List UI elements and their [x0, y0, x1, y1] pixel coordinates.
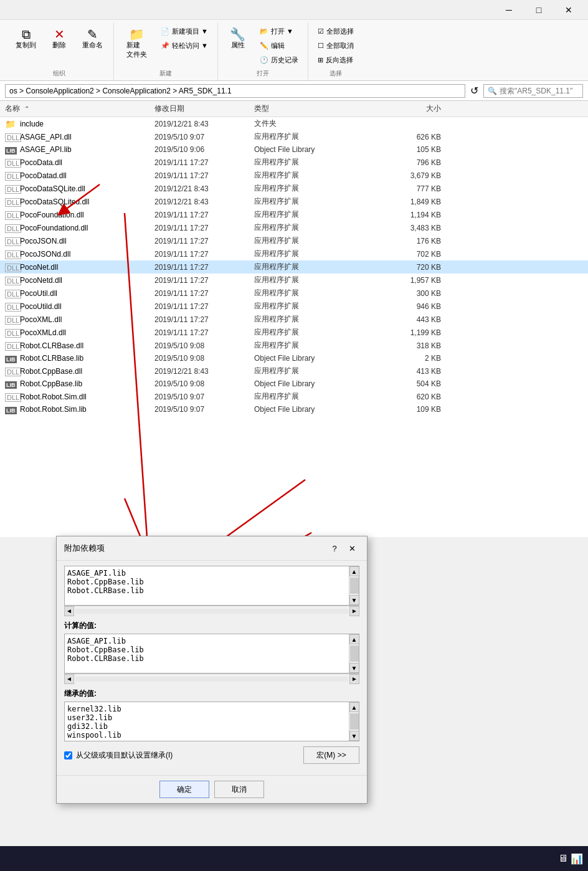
- col-header-name[interactable]: 名称 ⌃: [5, 103, 154, 114]
- new-folder-button[interactable]: 📁 新建文件夹: [119, 25, 154, 62]
- col-header-size[interactable]: 大小: [379, 103, 441, 114]
- dialog-help-button[interactable]: ?: [327, 541, 342, 555]
- new-project-button[interactable]: 📄 新建项目 ▼: [156, 25, 212, 38]
- inherit-scroll-thumb: [350, 713, 359, 730]
- cancel-button[interactable]: 取消: [214, 781, 264, 798]
- dialog-close-button[interactable]: ✕: [344, 541, 359, 555]
- table-row[interactable]: LIB Robot.CppBase.lib 2019/5/10 9:08 Obj…: [0, 378, 588, 390]
- rename-button[interactable]: ✎ 重命名: [77, 25, 108, 53]
- table-row[interactable]: LIB Robot.CLRBase.lib 2019/5/10 9:08 Obj…: [0, 352, 588, 364]
- address-path[interactable]: os > ConsoleApplication2 > ConsoleApplic…: [5, 84, 465, 98]
- h-scroll-track[interactable]: [75, 609, 348, 614]
- scroll-down-button[interactable]: ▼: [349, 595, 359, 605]
- table-row[interactable]: DLL PocoUtil.dll 2019/1/11 17:27 应用程序扩展 …: [0, 287, 588, 300]
- history-button[interactable]: 🕐 历史记录: [255, 54, 303, 67]
- table-row[interactable]: DLL ASAGE_API.dll 2019/5/10 9:07 应用程序扩展 …: [0, 130, 588, 143]
- properties-button[interactable]: 🔧 属性: [223, 25, 253, 53]
- file-icon: DLL: [5, 184, 17, 194]
- ribbon-group-open: 🔧 属性 📂 打开 ▼ ✏️ 编辑 🕐 历史记录: [218, 22, 308, 80]
- open-button[interactable]: 📂 打开 ▼: [255, 25, 303, 38]
- ok-button[interactable]: 确定: [159, 781, 209, 798]
- file-list: 📁 include 2019/12/21 8:43 文件夹 DLL ASAGE_…: [0, 117, 588, 537]
- list-item: gdi32.lib: [67, 722, 346, 731]
- calc-h-left[interactable]: ◄: [64, 674, 74, 684]
- minimize-button[interactable]: ─: [495, 0, 523, 20]
- table-row[interactable]: DLL Robot.Robot.Sim.dll 2019/5/10 9:07 应…: [0, 390, 588, 403]
- table-row[interactable]: DLL PocoFoundation.dll 2019/1/11 17:27 应…: [0, 208, 588, 221]
- deselect-all-button[interactable]: ☐ 全部取消: [313, 39, 358, 52]
- calc-h-track[interactable]: [75, 677, 348, 682]
- table-row[interactable]: DLL PocoFoundationd.dll 2019/1/11 17:27 …: [0, 221, 588, 234]
- table-row[interactable]: DLL PocoData.dll 2019/1/11 17:27 应用程序扩展 …: [0, 156, 588, 169]
- macro-button[interactable]: 宏(M) >>: [303, 746, 359, 764]
- dialog-top-list[interactable]: ASAGE_API.libRobot.CppBase.libRobot.CLRB…: [65, 566, 349, 605]
- file-explorer: 名称 ⌃ 修改日期 类型 大小 📁 include 2019/12/21 8:4…: [0, 101, 588, 537]
- table-row[interactable]: DLL Robot.CppBase.dll 2019/12/21 8:43 应用…: [0, 364, 588, 378]
- h-scroll-left-btn[interactable]: ◄: [64, 606, 74, 616]
- history-icon: 🕐: [260, 56, 268, 64]
- taskbar-icon-2[interactable]: 📊: [571, 853, 583, 865]
- table-row[interactable]: 📁 include 2019/12/21 8:43 文件夹: [0, 117, 588, 130]
- column-headers: 名称 ⌃ 修改日期 类型 大小: [0, 101, 588, 117]
- easy-access-button[interactable]: 📌 轻松访问 ▼: [156, 39, 212, 52]
- table-row[interactable]: DLL PocoDataSQLited.dll 2019/12/21 8:43 …: [0, 195, 588, 208]
- invert-select-button[interactable]: ⊞ 反向选择: [313, 54, 358, 67]
- inherit-checkbox[interactable]: [64, 751, 72, 759]
- file-icon: LIB: [5, 404, 17, 414]
- table-row[interactable]: DLL PocoXMLd.dll 2019/1/11 17:27 应用程序扩展 …: [0, 326, 588, 339]
- maximize-button[interactable]: □: [524, 0, 553, 20]
- table-row[interactable]: LIB ASAGE_API.lib 2019/5/10 9:06 Object …: [0, 143, 588, 156]
- additional-dependencies-dialog: 附加依赖项 ? ✕ ASAGE_API.libRobot.CppBase.lib…: [56, 536, 368, 804]
- taskbar-icon-1[interactable]: 🖥: [558, 853, 568, 864]
- file-date: 2019/1/11 17:27: [154, 276, 254, 285]
- calc-h-right[interactable]: ►: [349, 674, 359, 684]
- table-row[interactable]: DLL PocoXML.dll 2019/1/11 17:27 应用程序扩展 4…: [0, 313, 588, 326]
- table-row[interactable]: DLL PocoNetd.dll 2019/1/11 17:27 应用程序扩展 …: [0, 274, 588, 287]
- file-name: PocoFoundationd.dll: [20, 224, 154, 232]
- h-scroll-right-btn[interactable]: ►: [349, 606, 359, 616]
- delete-button[interactable]: ✕ 删除: [44, 25, 74, 53]
- scroll-up-button[interactable]: ▲: [349, 566, 359, 576]
- file-name: Robot.CppBase.lib: [20, 379, 154, 388]
- file-name: Robot.CLRBase.dll: [20, 341, 154, 350]
- edit-button[interactable]: ✏️ 编辑: [255, 39, 303, 52]
- close-button[interactable]: ✕: [554, 0, 583, 20]
- file-date: 2019/1/11 17:27: [154, 211, 254, 219]
- delete-icon: ✕: [54, 28, 65, 40]
- inherit-checkbox-label: 从父级或项目默认设置继承(I): [76, 750, 173, 761]
- new-folder-label: 新建文件夹: [126, 40, 147, 59]
- table-row[interactable]: DLL PocoUtild.dll 2019/1/11 17:27 应用程序扩展…: [0, 300, 588, 313]
- file-name: include: [20, 120, 154, 128]
- copy-to-button[interactable]: ⧉ 复制到: [10, 25, 42, 53]
- dialog-inherit-label: 继承的值:: [64, 688, 359, 699]
- dialog-calc-list: ASAGE_API.libRobot.CppBase.libRobot.CLRB…: [65, 634, 349, 673]
- inherit-scroll-down[interactable]: ▼: [349, 731, 359, 741]
- table-row[interactable]: LIB Robot.Robot.Sim.lib 2019/5/10 9:07 O…: [0, 403, 588, 416]
- calc-scroll-down[interactable]: ▼: [349, 663, 359, 673]
- file-size: 300 KB: [379, 289, 441, 298]
- list-item: winspool.lib: [67, 731, 346, 740]
- select-all-button[interactable]: ☑ 全部选择: [313, 25, 358, 38]
- col-header-date[interactable]: 修改日期: [154, 103, 254, 114]
- file-icon: DLL: [5, 210, 17, 220]
- inherit-scroll-up[interactable]: ▲: [349, 702, 359, 712]
- file-icon: DLL: [5, 275, 17, 285]
- file-size: 626 KB: [379, 133, 441, 141]
- table-row[interactable]: DLL PocoJSONd.dll 2019/1/11 17:27 应用程序扩展…: [0, 247, 588, 260]
- file-name: Robot.CppBase.dll: [20, 367, 154, 376]
- open-icon: 📂: [260, 27, 268, 36]
- file-date: 2019/5/10 9:08: [154, 354, 254, 363]
- refresh-button[interactable]: ↺: [468, 83, 481, 98]
- table-row[interactable]: DLL PocoJSON.dll 2019/1/11 17:27 应用程序扩展 …: [0, 234, 588, 247]
- file-icon: DLL: [5, 197, 17, 207]
- scroll-thumb[interactable]: [350, 578, 359, 594]
- table-row[interactable]: DLL PocoDatad.dll 2019/1/11 17:27 应用程序扩展…: [0, 169, 588, 182]
- search-input[interactable]: [500, 87, 574, 95]
- table-row[interactable]: DLL PocoNet.dll 2019/1/11 17:27 应用程序扩展 7…: [0, 260, 588, 274]
- col-header-type[interactable]: 类型: [254, 103, 379, 114]
- table-row[interactable]: DLL PocoDataSQLite.dll 2019/12/21 8:43 应…: [0, 182, 588, 195]
- ribbon-actions-new: 📁 新建文件夹 📄 新建项目 ▼ 📌 轻松访问 ▼: [119, 25, 212, 67]
- calc-scroll-up[interactable]: ▲: [349, 634, 359, 644]
- table-row[interactable]: DLL Robot.CLRBase.dll 2019/5/10 9:08 应用程…: [0, 339, 588, 352]
- dialog-buttons: 确定 取消: [57, 775, 367, 803]
